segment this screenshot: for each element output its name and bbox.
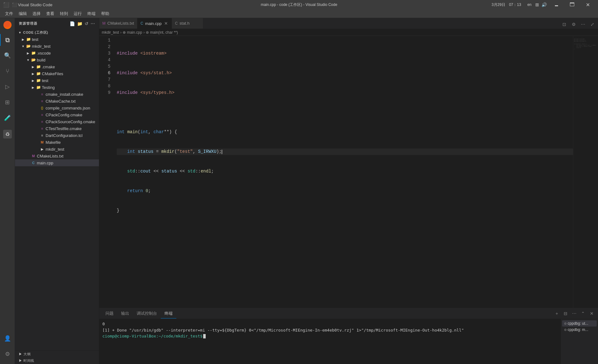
search-activity-icon[interactable]: 🔍 [0,48,15,63]
tab-stat[interactable]: C stat.h [172,18,203,29]
tree-label-testing: Testing [42,85,55,90]
new-folder-icon[interactable]: 📁 [77,21,83,26]
tree-file-ctestfile[interactable]: ▶ ≡ CTestTestfile.cmake [15,125,99,132]
minimize-button[interactable]: 🗕 [549,0,564,9]
menu-view[interactable]: 查看 [44,10,57,18]
tree-folder-cmakefiles[interactable]: ▶ 📁 CMakeFiles [15,70,99,77]
tree-folder-testing[interactable]: ▶ 📁 Testing [15,84,99,91]
panel-tab-terminal[interactable]: 终端 [161,309,176,318]
terminal-tab-1[interactable]: ⚙ cppdbg: ut... [562,320,597,327]
new-file-icon[interactable]: 📄 [70,21,75,26]
panel-tab-debug[interactable]: 调试控制台 [133,309,161,318]
new-terminal-btn[interactable]: + [553,310,561,317]
terminal-maximize-btn[interactable]: ⌃ [579,310,587,317]
tree-file-cmake-install[interactable]: ▶ ≡ cmake_install.cmake [15,91,99,98]
code-line-7: std::cout << status << std::endl; [117,168,573,175]
tree-file-cmakelists[interactable]: ▶ M CMakeLists.txt [15,153,99,159]
editor-settings-btn[interactable]: ⚙ [569,20,578,29]
build-folder-icon: 📂 [31,58,36,62]
title-bar-right: 3月29日 07：13 en ⊞ 🔊 🗕 🗖 ✕ [492,0,595,9]
menu-run[interactable]: 运行 [71,10,84,18]
tree-file-cpackconfig[interactable]: ▶ ≡ CPackConfig.cmake [15,111,99,118]
dart-icon: ≡ [39,133,45,137]
panel-tab-problems[interactable]: 问题 [102,309,117,318]
cmakefiles-folder-icon: 📁 [36,71,41,76]
tab-maincpp-label: main.cpp [145,21,162,26]
logo-icon [0,19,15,31]
vscode-icon: ⬛ [3,2,9,8]
timeline-header[interactable]: ▶ 时间线 [15,357,99,364]
tree-file-dart[interactable]: ▶ ≡ DartConfiguration.tcl [15,132,99,139]
menu-goto[interactable]: 转到 [57,10,71,18]
more-actions-btn[interactable]: ⋯ [579,20,587,29]
build-arrow: ▼ [26,58,31,62]
terminal-close-btn[interactable]: ✕ [588,310,596,317]
explorer-activity-icon[interactable]: ⧉ [0,32,15,47]
split-terminal-btn[interactable]: ⊟ [562,310,569,317]
collapse-editors-btn[interactable]: ⤢ [588,20,597,29]
terminal-prompt: ciomp@ciomp-VirtualBox:~/code/mkdir_test… [102,334,203,338]
maximize-button[interactable]: 🗖 [565,0,579,9]
terminal-tab-2[interactable]: ⚙ cppdbg: m... [562,327,597,333]
tree-label-cmakelists: CMakeLists.txt [37,154,63,158]
breadcrumb-mkdir[interactable]: mkdir_test [102,30,119,35]
tab-maincpp[interactable]: C main.cpp ✕ [137,18,172,29]
maincpp-icon: C [31,161,36,165]
breadcrumb-maincpp[interactable]: ⊕ main.cpp [123,30,142,35]
tree-file-makefile[interactable]: ▶ M Makefile [15,139,99,146]
minimap: #include <iostream> #include <sys/stat.h… [573,36,598,308]
tree-label-ctestfile: CTestTestfile.cmake [46,126,82,131]
source-control-activity-icon[interactable]: ⑂ [0,64,15,79]
tree-folder-cmake[interactable]: ▶ 📁 .cmake [15,63,99,70]
tree-folder-mkdir_test[interactable]: ▼ 📂 mkdir_test [15,43,99,50]
code-line-2: #include <sys/stat.h> [117,70,573,76]
tree-file-cpacksource[interactable]: ▶ ≡ CPackSourceConfig.cmake [15,118,99,125]
tree-label-mkdir-test-exec: mkdir_test [46,147,64,152]
tree-file-compile-commands[interactable]: ▶ {} compile_commands.json [15,104,99,111]
tree-folder-vscode[interactable]: ▶ 📁 .vscode [15,50,99,56]
tree-file-maincpp[interactable]: ▶ C main.cpp [15,159,99,166]
menu-file[interactable]: 文件 [2,10,16,18]
breadcrumb-sep1: › [120,30,121,35]
test-activity-icon[interactable]: 🧪 [0,110,15,125]
settings-activity-icon[interactable]: ⚙ [0,347,15,362]
sound-icon: 🔊 [542,2,547,7]
title-bar-center: main.cpp - code (工作区) - Visual Studio Co… [261,2,337,7]
tab-maincpp-close[interactable]: ✕ [164,21,169,26]
tree-folder-build[interactable]: ▼ 📂 build [15,56,99,63]
panel-tab-output[interactable]: 输出 [117,309,133,318]
run-activity-icon[interactable]: ▷ [0,79,15,94]
split-editor-btn[interactable]: ⊡ [560,20,569,29]
terminal-more-btn[interactable]: ⋯ [571,310,578,317]
tree-file-mkdir-test-exec[interactable]: ▶ ▶ mkdir_test [15,146,99,153]
tab-cmake-icon: M [102,21,105,26]
tree-root[interactable]: ▼ CODE (工作区) [15,29,99,36]
folder-icon: 📁 [26,37,31,41]
terminal-line-1: 0 [102,321,557,327]
tree-label-test-build: test [42,78,48,83]
extensions-activity-icon[interactable]: ⊞ [0,95,15,110]
menu-edit[interactable]: 编辑 [16,10,29,18]
refresh-icon[interactable]: ↺ [85,21,89,26]
breadcrumb-mainfn[interactable]: ⊛ main(int, char **) [146,30,178,35]
tab-cmakelists[interactable]: M CMakeLists.txt [99,18,137,29]
cpackconfig-icon: ≡ [39,113,45,117]
testing-folder-icon: 📁 [36,85,41,90]
tree-folder-test-build[interactable]: ▶ 📁 test [15,77,99,84]
terminal-content[interactable]: 0 [1] + Done "/usr/bin/gdb" --interprete… [99,319,561,364]
menu-select[interactable]: 选择 [30,10,43,18]
tab-cmakelists-label: CMakeLists.txt [107,21,134,26]
collapse-icon[interactable]: ⋯ [91,21,95,26]
panel-body: 0 [1] + Done "/usr/bin/gdb" --interprete… [99,319,598,364]
menu-help[interactable]: 帮助 [99,10,112,18]
outline-header[interactable]: ▶ 大纲 [15,350,99,357]
tree-file-cmakecache[interactable]: ▶ ≡ CMakeCache.txt [15,98,99,104]
close-button[interactable]: ✕ [581,0,595,9]
menu-terminal[interactable]: 终端 [85,10,98,18]
tree-folder-test[interactable]: ▶ 📁 test [15,36,99,43]
code-content[interactable]: #include <iostream> #include <sys/stat.h… [114,36,573,308]
code-line-5: int main(int, char**) { [117,129,573,135]
panel: 问题 输出 调试控制台 终端 + ⊟ ⋯ ⌃ ✕ 0 [1] + Done "/… [99,308,598,364]
account-activity-icon[interactable]: 👤 [0,331,15,346]
code-line-6: int status = mkdir("test", S_IRWXU); [117,148,573,155]
